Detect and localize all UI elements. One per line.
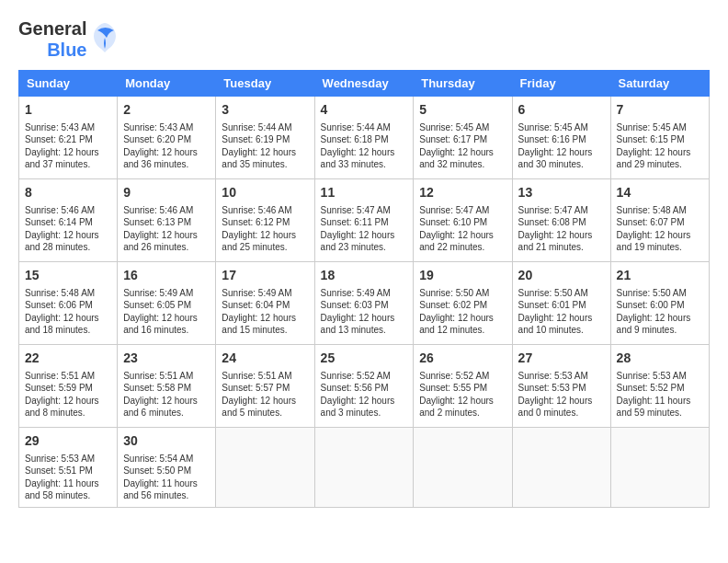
day-number: 12 (419, 184, 506, 202)
day-cell-8: 8Sunrise: 5:46 AM Sunset: 6:14 PM Daylig… (19, 179, 118, 262)
day-number: 19 (419, 267, 506, 285)
day-cell-27: 27Sunrise: 5:53 AM Sunset: 5:53 PM Dayli… (512, 345, 610, 428)
day-number: 23 (123, 350, 210, 368)
logo-bird-icon (90, 21, 119, 59)
day-info: Sunrise: 5:49 AM Sunset: 6:03 PM Dayligh… (321, 287, 408, 337)
day-number: 1 (25, 101, 111, 120)
day-cell-21: 21Sunrise: 5:50 AM Sunset: 6:00 PM Dayli… (610, 262, 709, 345)
day-number: 18 (321, 267, 408, 285)
day-number: 17 (222, 267, 308, 285)
day-cell-6: 6Sunrise: 5:45 AM Sunset: 6:16 PM Daylig… (512, 97, 610, 179)
day-info: Sunrise: 5:48 AM Sunset: 6:07 PM Dayligh… (617, 204, 703, 254)
column-header-thursday: Thursday (414, 71, 512, 97)
day-number: 21 (617, 267, 703, 285)
day-cell-18: 18Sunrise: 5:49 AM Sunset: 6:03 PM Dayli… (314, 262, 414, 345)
day-number: 25 (321, 350, 408, 368)
week-row-3: 15Sunrise: 5:48 AM Sunset: 6:06 PM Dayli… (19, 262, 710, 345)
day-number: 30 (123, 432, 210, 451)
day-info: Sunrise: 5:44 AM Sunset: 6:18 PM Dayligh… (321, 121, 408, 171)
week-row-1: 1Sunrise: 5:43 AM Sunset: 6:21 PM Daylig… (19, 97, 710, 179)
day-cell-17: 17Sunrise: 5:49 AM Sunset: 6:04 PM Dayli… (216, 262, 314, 345)
calendar: SundayMondayTuesdayWednesdayThursdayFrid… (18, 70, 710, 508)
day-info: Sunrise: 5:47 AM Sunset: 6:11 PM Dayligh… (321, 204, 408, 254)
empty-cell (512, 428, 610, 508)
calendar-header-row: SundayMondayTuesdayWednesdayThursdayFrid… (19, 71, 710, 97)
day-cell-13: 13Sunrise: 5:47 AM Sunset: 6:08 PM Dayli… (512, 179, 610, 262)
day-number: 26 (419, 350, 506, 368)
day-cell-5: 5Sunrise: 5:45 AM Sunset: 6:17 PM Daylig… (414, 97, 512, 179)
day-info: Sunrise: 5:50 AM Sunset: 6:00 PM Dayligh… (617, 287, 703, 337)
day-number: 28 (617, 350, 703, 368)
column-header-tuesday: Tuesday (216, 71, 314, 97)
day-number: 10 (222, 184, 308, 202)
empty-cell (216, 428, 314, 508)
day-number: 7 (617, 101, 703, 120)
logo-general: General (18, 18, 86, 40)
day-cell-22: 22Sunrise: 5:51 AM Sunset: 5:59 PM Dayli… (19, 345, 118, 428)
column-header-monday: Monday (118, 71, 216, 97)
day-cell-15: 15Sunrise: 5:48 AM Sunset: 6:06 PM Dayli… (19, 262, 118, 345)
day-info: Sunrise: 5:45 AM Sunset: 6:16 PM Dayligh… (518, 121, 605, 171)
day-info: Sunrise: 5:51 AM Sunset: 5:57 PM Dayligh… (222, 370, 308, 419)
day-info: Sunrise: 5:47 AM Sunset: 6:08 PM Dayligh… (518, 204, 605, 254)
day-info: Sunrise: 5:46 AM Sunset: 6:13 PM Dayligh… (123, 204, 210, 254)
day-info: Sunrise: 5:46 AM Sunset: 6:14 PM Dayligh… (25, 204, 111, 254)
day-info: Sunrise: 5:44 AM Sunset: 6:19 PM Dayligh… (222, 121, 308, 171)
day-cell-10: 10Sunrise: 5:46 AM Sunset: 6:12 PM Dayli… (216, 179, 314, 262)
day-number: 6 (518, 101, 605, 120)
day-info: Sunrise: 5:53 AM Sunset: 5:51 PM Dayligh… (25, 453, 111, 502)
day-number: 5 (419, 101, 506, 120)
day-cell-20: 20Sunrise: 5:50 AM Sunset: 6:01 PM Dayli… (512, 262, 610, 345)
day-info: Sunrise: 5:47 AM Sunset: 6:10 PM Dayligh… (419, 204, 506, 254)
day-cell-23: 23Sunrise: 5:51 AM Sunset: 5:58 PM Dayli… (118, 345, 216, 428)
day-cell-1: 1Sunrise: 5:43 AM Sunset: 6:21 PM Daylig… (19, 97, 118, 179)
empty-cell (610, 428, 709, 508)
day-cell-4: 4Sunrise: 5:44 AM Sunset: 6:18 PM Daylig… (314, 97, 414, 179)
day-cell-24: 24Sunrise: 5:51 AM Sunset: 5:57 PM Dayli… (216, 345, 314, 428)
day-number: 3 (222, 101, 308, 120)
day-cell-9: 9Sunrise: 5:46 AM Sunset: 6:13 PM Daylig… (118, 179, 216, 262)
day-number: 14 (617, 184, 703, 202)
day-number: 11 (321, 184, 408, 202)
empty-cell (414, 428, 512, 508)
day-number: 20 (518, 267, 605, 285)
day-info: Sunrise: 5:49 AM Sunset: 6:05 PM Dayligh… (123, 287, 210, 337)
column-header-friday: Friday (512, 71, 610, 97)
column-header-sunday: Sunday (19, 71, 118, 97)
day-info: Sunrise: 5:50 AM Sunset: 6:01 PM Dayligh… (518, 287, 605, 337)
day-number: 9 (123, 184, 210, 202)
day-cell-29: 29Sunrise: 5:53 AM Sunset: 5:51 PM Dayli… (19, 428, 118, 508)
day-number: 8 (25, 184, 111, 202)
week-row-4: 22Sunrise: 5:51 AM Sunset: 5:59 PM Dayli… (19, 345, 710, 428)
day-cell-30: 30Sunrise: 5:54 AM Sunset: 5:50 PM Dayli… (118, 428, 216, 508)
week-row-2: 8Sunrise: 5:46 AM Sunset: 6:14 PM Daylig… (19, 179, 710, 262)
day-number: 4 (321, 101, 408, 120)
day-info: Sunrise: 5:43 AM Sunset: 6:20 PM Dayligh… (123, 121, 210, 171)
day-number: 24 (222, 350, 308, 368)
day-info: Sunrise: 5:43 AM Sunset: 6:21 PM Dayligh… (25, 121, 111, 171)
day-info: Sunrise: 5:51 AM Sunset: 5:58 PM Dayligh… (123, 370, 210, 419)
day-number: 29 (25, 432, 111, 451)
day-number: 27 (518, 350, 605, 368)
day-cell-14: 14Sunrise: 5:48 AM Sunset: 6:07 PM Dayli… (610, 179, 709, 262)
day-info: Sunrise: 5:49 AM Sunset: 6:04 PM Dayligh… (222, 287, 308, 337)
logo: General Blue (18, 18, 119, 61)
day-cell-25: 25Sunrise: 5:52 AM Sunset: 5:56 PM Dayli… (314, 345, 414, 428)
day-info: Sunrise: 5:53 AM Sunset: 5:52 PM Dayligh… (617, 370, 703, 419)
header: General Blue (18, 18, 710, 61)
day-info: Sunrise: 5:46 AM Sunset: 6:12 PM Dayligh… (222, 204, 308, 254)
day-info: Sunrise: 5:52 AM Sunset: 5:55 PM Dayligh… (419, 370, 506, 419)
day-info: Sunrise: 5:51 AM Sunset: 5:59 PM Dayligh… (25, 370, 111, 419)
day-info: Sunrise: 5:48 AM Sunset: 6:06 PM Dayligh… (25, 287, 111, 337)
day-number: 2 (123, 101, 210, 120)
day-cell-7: 7Sunrise: 5:45 AM Sunset: 6:15 PM Daylig… (610, 97, 709, 179)
day-info: Sunrise: 5:45 AM Sunset: 6:15 PM Dayligh… (617, 121, 703, 171)
day-info: Sunrise: 5:45 AM Sunset: 6:17 PM Dayligh… (419, 121, 506, 171)
day-cell-12: 12Sunrise: 5:47 AM Sunset: 6:10 PM Dayli… (414, 179, 512, 262)
week-row-5: 29Sunrise: 5:53 AM Sunset: 5:51 PM Dayli… (19, 428, 710, 508)
day-info: Sunrise: 5:50 AM Sunset: 6:02 PM Dayligh… (419, 287, 506, 337)
day-cell-3: 3Sunrise: 5:44 AM Sunset: 6:19 PM Daylig… (216, 97, 314, 179)
day-cell-19: 19Sunrise: 5:50 AM Sunset: 6:02 PM Dayli… (414, 262, 512, 345)
logo-blue: Blue (47, 40, 86, 61)
day-cell-28: 28Sunrise: 5:53 AM Sunset: 5:52 PM Dayli… (610, 345, 709, 428)
